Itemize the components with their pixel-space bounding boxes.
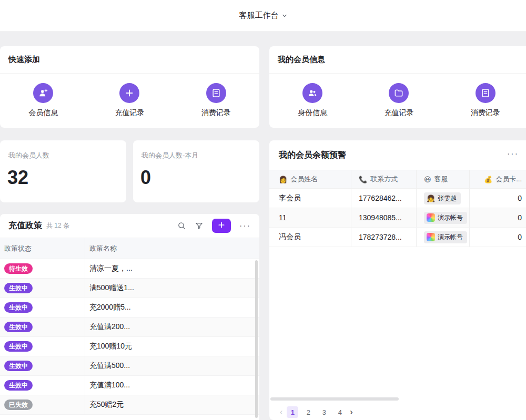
policy-table-header: 政策状态 政策名称 [0,238,259,259]
member-row[interactable]: 11 130948085... 演示帐号 0 [269,208,526,228]
horizontal-scrollbar[interactable] [270,397,399,401]
page-button[interactable]: 2 [302,406,314,418]
contact-cell: 177628462... [351,189,417,208]
vertical-scrollbar[interactable] [255,260,258,418]
smiley-emoji-icon: 😃 [424,176,431,183]
name-cell: 清凉一夏，... [85,259,259,278]
page-button[interactable]: 3 [318,406,330,418]
column-header-card-balance: 💰 会员卡... [470,170,526,188]
member-name-cell: 李会员 [269,189,351,208]
chevron-down-icon[interactable] [282,11,287,21]
quick-add-actions: 会员信息 充值记录 消费记录 [0,74,259,118]
column-label: 会员卡... [495,175,522,184]
name-cell: 充值满200... [85,317,259,336]
member-info-recharge-record[interactable]: 充值记录 [356,83,442,118]
recharge-policy-title: 充值政策 [8,220,42,231]
agent-chip: 演示帐号 [424,231,467,243]
more-options-icon[interactable]: ··· [239,221,251,231]
quick-add-recharge-record[interactable]: 充值记录 [86,83,173,118]
phone-emoji-icon: 📞 [359,176,367,183]
column-header-status: 政策状态 [0,238,85,259]
status-cell: 生效中 [0,376,85,395]
agent-avatar [427,213,435,222]
action-label: 充值记录 [115,108,144,118]
plus-icon [119,83,139,103]
agent-avatar [427,233,435,241]
member-row[interactable]: 李会员 177628462... 👧 张雯越 0 [269,189,526,208]
balance-warning-header: 我的会员余额预警 [269,140,526,170]
warning-table-header: 👩 会员姓名 📞 联系方式 😃 客服 💰 会员卡... [269,170,526,189]
policy-row[interactable]: 生效中 充2000赠5... [0,298,259,317]
column-header-agent: 😃 客服 [417,170,470,188]
status-cell: 已失效 [0,395,85,414]
status-cell: 生效中 [0,317,85,336]
next-page-icon[interactable]: › [350,407,352,417]
quick-add-consume-record[interactable]: 消费记录 [173,83,259,118]
member-info-card: 我的会员信息 身份信息 充值记录 消费记录 [269,46,526,128]
plus-icon [217,221,226,231]
agent-chip: 👧 张雯越 [424,192,461,204]
top-bar: 客服工作台 [0,0,526,32]
add-record-button[interactable] [212,219,231,233]
member-info-actions: 身份信息 充值记录 消费记录 [269,74,526,118]
name-cell: 满500赠送1... [85,279,259,298]
status-badge: 生效中 [4,361,33,371]
policy-row[interactable]: 生效中 充值满500... [0,356,259,376]
quick-add-header: 快速添加 [0,46,259,74]
contact-cell: 178273728... [351,228,417,247]
stat-label: 我的会员人数 [0,140,126,160]
page-title[interactable]: 客服工作台 [239,11,279,21]
balance-warning-card: 我的会员余额预警 ··· 👩 会员姓名 📞 联系方式 😃 客服 💰 会员卡... [269,140,526,420]
people-icon [302,83,322,103]
column-label: 会员姓名 [290,175,318,184]
status-cell: 待生效 [0,259,85,278]
policy-row[interactable]: 生效中 充值满200... [0,317,259,337]
woman-emoji-icon: 👩 [279,176,287,183]
status-badge: 生效中 [4,322,33,332]
policy-row[interactable]: 生效中 充100赠10元 [0,337,259,356]
status-cell: 生效中 [0,279,85,298]
agent-chip: 演示帐号 [424,212,467,224]
recharge-policy-header: 充值政策 共 12 条 ··· [0,214,259,238]
action-label: 身份信息 [298,108,327,118]
search-icon[interactable] [177,221,186,230]
status-badge: 生效中 [4,283,33,293]
policy-row[interactable]: 待生效 清凉一夏，... [0,259,259,279]
workbench-page: 客服工作台 快速添加 会员信息 充值记录 [0,0,526,420]
receipt-icon [206,83,226,103]
status-badge: 生效中 [4,380,33,391]
member-info-consume-record[interactable]: 消费记录 [442,83,526,118]
page-button[interactable]: 4 [334,406,346,418]
status-cell: 生效中 [0,337,85,356]
policy-row[interactable]: 已失效 充50赠2元 [0,395,259,415]
balance-cell: 0 [470,228,526,247]
status-badge: 生效中 [4,302,33,313]
policy-table-body: 待生效 清凉一夏，... 生效中 满500赠送1... 生效中 充2000赠5.… [0,259,259,415]
agent-cell: 演示帐号 [417,208,470,227]
name-cell: 充50赠2元 [85,395,259,414]
quick-add-member-info[interactable]: 会员信息 [0,83,86,118]
status-cell: 生效中 [0,356,85,375]
stat-value: 0 [133,167,259,189]
member-row[interactable]: 冯会员 178273728... 演示帐号 0 [269,228,526,247]
action-label: 会员信息 [28,108,58,118]
contact-cell: 130948085... [351,208,417,227]
status-cell: 生效中 [0,298,85,317]
member-name-cell: 冯会员 [269,228,351,247]
policy-row[interactable]: 生效中 充值满100... [0,376,259,395]
filter-icon[interactable] [195,221,204,230]
column-header-name: 政策名称 [85,238,259,259]
status-badge: 生效中 [4,341,33,352]
receipt-icon [476,83,495,103]
balance-warning-title: 我的会员余额预警 [279,150,346,161]
pagination: ‹ 1 2 3 4 › [280,406,353,418]
policy-toolbar: ··· [177,219,251,233]
page-button[interactable]: 1 [287,406,298,418]
more-options-icon[interactable]: ··· [507,149,519,159]
name-cell: 充值满100... [85,376,259,395]
previous-page-icon[interactable]: ‹ [280,407,282,417]
member-info-identity[interactable]: 身份信息 [269,83,356,118]
balance-cell: 0 [470,189,526,208]
status-badge: 待生效 [4,263,33,274]
policy-row[interactable]: 生效中 满500赠送1... [0,279,259,298]
